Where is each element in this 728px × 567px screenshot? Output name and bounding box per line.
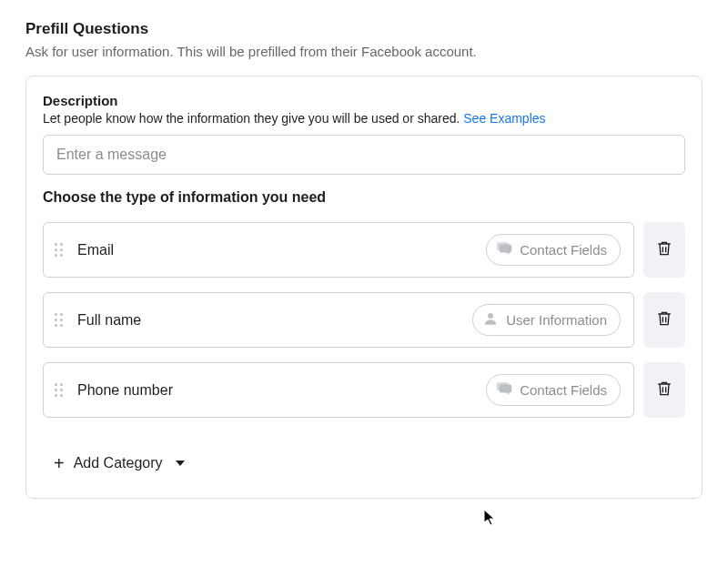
add-category-label: Add Category bbox=[74, 455, 163, 471]
prefill-card: Description Let people know how the info… bbox=[25, 76, 703, 499]
description-label: Description bbox=[43, 93, 685, 108]
trash-icon bbox=[655, 309, 673, 330]
trash-icon bbox=[655, 380, 673, 400]
category-pill-label: Contact Fields bbox=[520, 242, 607, 258]
trash-icon bbox=[655, 239, 673, 260]
field-name: Email bbox=[77, 242, 486, 258]
category-pill: Contact Fields bbox=[486, 374, 621, 406]
choose-type-label: Choose the type of information you need bbox=[43, 189, 685, 206]
category-pill-label: Contact Fields bbox=[520, 382, 607, 398]
field-name: Phone number bbox=[77, 382, 486, 399]
description-help-text: Let people know how the information they… bbox=[43, 111, 460, 126]
delete-field-button[interactable] bbox=[643, 292, 685, 348]
user-icon bbox=[482, 310, 499, 329]
field-box: Email Contact Fields bbox=[43, 222, 634, 278]
drag-handle-icon[interactable] bbox=[55, 383, 63, 397]
plus-icon: + bbox=[54, 454, 65, 472]
page-subtitle: Ask for user information. This will be p… bbox=[25, 44, 703, 59]
mouse-cursor-icon bbox=[483, 509, 498, 519]
drag-handle-icon[interactable] bbox=[55, 243, 63, 257]
field-row: Phone number Contact Fields bbox=[43, 362, 685, 418]
delete-field-button[interactable] bbox=[643, 362, 685, 418]
svg-point-0 bbox=[488, 313, 493, 319]
page-title: Prefill Questions bbox=[25, 20, 703, 38]
field-row: Email Contact Fields bbox=[43, 222, 685, 278]
field-row: Full name User Information bbox=[43, 292, 685, 348]
add-category-button[interactable]: + Add Category bbox=[50, 449, 188, 478]
speech-bubble-icon bbox=[496, 380, 512, 400]
category-pill: Contact Fields bbox=[486, 234, 621, 266]
description-input[interactable] bbox=[43, 135, 685, 175]
delete-field-button[interactable] bbox=[643, 222, 685, 278]
field-box: Phone number Contact Fields bbox=[43, 362, 634, 418]
chevron-down-icon bbox=[176, 461, 185, 466]
see-examples-link[interactable]: See Examples bbox=[463, 111, 545, 126]
description-help: Let people know how the information they… bbox=[43, 111, 685, 126]
category-pill-label: User Information bbox=[506, 312, 607, 328]
field-name: Full name bbox=[77, 312, 472, 329]
drag-handle-icon[interactable] bbox=[55, 313, 63, 327]
category-pill: User Information bbox=[472, 304, 621, 336]
field-box: Full name User Information bbox=[43, 292, 634, 348]
speech-bubble-icon bbox=[496, 240, 512, 259]
